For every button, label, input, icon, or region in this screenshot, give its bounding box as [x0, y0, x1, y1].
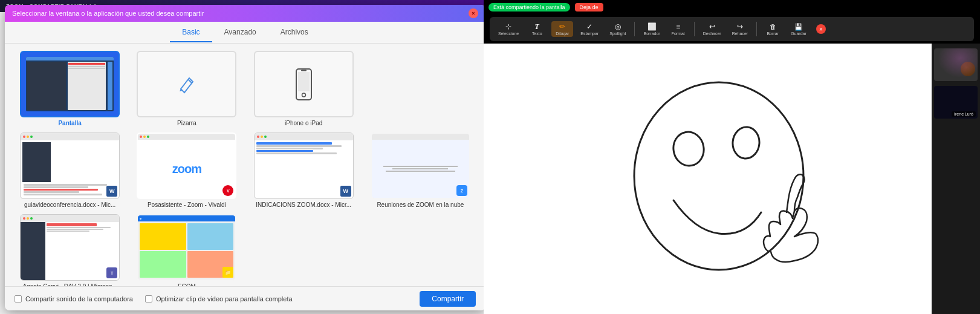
iphone-icon [255, 52, 352, 116]
tool-seleccione[interactable]: ⊹ Seleccione [495, 21, 522, 37]
mini-screen [26, 57, 114, 111]
dialog-titlebar: Seleccionar la ventana o la aplicación q… [5, 5, 485, 22]
sharing-status: Está compartiendo la pantalla [488, 3, 570, 11]
tool-estampar[interactable]: ✓ Estampar [577, 21, 602, 37]
stop-sharing-button[interactable]: Deja de [575, 3, 603, 11]
tool-borrador[interactable]: ⬜ Borrador [640, 21, 663, 37]
app-thumb-ecom[interactable]: 📁 [137, 214, 236, 281]
app-item-guia[interactable]: W guiavideoconferencia.docx - Mic... [15, 132, 125, 208]
app-item-posasistente[interactable]: zoom V Posasistente - Zoom - Vivaldi [131, 132, 242, 208]
doc-dot-red [23, 136, 25, 138]
tool-guardar[interactable]: 💾 Guardar [787, 21, 810, 37]
share-button[interactable]: Compartir [420, 291, 476, 307]
annotation-toolbar: ⊹ Seleccione T Texto ✏ Dibujar ✓ Estampa… [490, 17, 974, 41]
delete-button[interactable]: × [816, 24, 826, 34]
texto-icon: T [533, 22, 541, 31]
dialog-content: Pantalla Pizarra [5, 44, 485, 286]
svg-rect-0 [175, 72, 199, 96]
whiteboard-area[interactable] [484, 44, 932, 314]
format-label: Format [672, 31, 685, 36]
dot-g2 [264, 136, 267, 138]
checkbox-optimize-label: Optimizar clip de video para pantalla co… [156, 295, 293, 303]
indicacions-preview [255, 133, 353, 198]
svg-point-3 [302, 93, 305, 97]
whiteboard-icon [138, 52, 235, 116]
app-item-iphone[interactable]: iPhone o iPad [248, 51, 359, 126]
guia-preview [21, 133, 119, 198]
right-panel: Está compartiendo la pantalla Deja de ⊹ … [484, 0, 980, 314]
app-thumb-agents[interactable]: T [20, 214, 120, 281]
doc-dot-yellow [27, 136, 29, 138]
share-dialog: Seleccionar la ventana o la aplicación q… [5, 5, 485, 310]
app-item-agents[interactable]: T Agents Canvi - DAV 2.0 | Microso... [15, 214, 125, 286]
zoom-preview: zoom [138, 134, 235, 198]
tool-format[interactable]: ≡ Format [667, 21, 689, 37]
participant-thumb-1 [934, 48, 978, 81]
participant-thumb-irene: Irene Luró [934, 86, 978, 119]
dot-r2 [257, 136, 259, 138]
participant-panel: Irene Luró [932, 44, 980, 314]
guardar-label: Guardar [791, 31, 806, 36]
app-thumb-posasistente[interactable]: zoom V [137, 132, 236, 199]
app-item-reuniones[interactable]: Z Reuniones de ZOOM en la nube [365, 132, 476, 208]
borrador-icon: ⬜ [647, 22, 656, 31]
app-label-indicacions: INDICACIONS ZOOM.docx - Micr... [256, 201, 351, 208]
tool-deshacer[interactable]: ↩ Deshacer [699, 21, 725, 37]
format-icon: ≡ [674, 22, 683, 31]
seleccione-icon: ⊹ [504, 22, 513, 31]
app-item-empty1 [365, 51, 476, 126]
checkbox-optimize[interactable]: Optimizar clip de video para pantalla co… [145, 295, 293, 303]
tab-basic[interactable]: Basic [170, 23, 212, 42]
tool-spotlight[interactable]: ◎ Spotlight [606, 21, 629, 37]
app-thumb-iphone[interactable] [254, 51, 354, 117]
tab-archivos[interactable]: Archivos [268, 23, 320, 42]
app-thumb-pizarra[interactable] [137, 51, 236, 117]
word-badge-indicacions: W [340, 186, 351, 197]
reuniones-preview [372, 134, 469, 198]
app-label-iphone: iPhone o iPad [285, 120, 322, 126]
app-thumb-indicacions[interactable]: W [254, 132, 354, 199]
toolbar-divider-1 [634, 22, 635, 36]
app-item-pizarra[interactable]: Pizarra [131, 51, 242, 126]
app-item-indicacions[interactable]: W INDICACIONS ZOOM.docx - Micr... [248, 132, 359, 208]
sharing-bar: Está compartiendo la pantalla Deja de [484, 0, 980, 15]
svg-point-5 [634, 82, 803, 270]
app-item-ecom[interactable]: 📁 ECOM [131, 214, 242, 286]
app-thumb-guia[interactable]: W [20, 132, 120, 199]
doc-header-agents [21, 215, 119, 222]
deshacer-label: Deshacer [703, 31, 721, 36]
texto-label: Texto [532, 31, 542, 36]
tab-avanzado[interactable]: Avanzado [212, 23, 268, 42]
zoom-logo: zoom [172, 162, 201, 176]
tool-rehacer[interactable]: ↪ Rehacer [729, 21, 751, 37]
dot-g3 [30, 217, 33, 220]
svg-rect-2 [298, 72, 310, 91]
toolbar-divider-2 [694, 22, 695, 36]
agents-preview [21, 215, 119, 280]
mini-col-3 [108, 62, 112, 110]
doc-header-indicacions [255, 133, 353, 140]
screen-preview [21, 52, 118, 116]
tool-texto[interactable]: T Texto [526, 21, 548, 37]
svg-rect-4 [301, 70, 307, 71]
tool-dibujar[interactable]: ✏ Dibujar [551, 21, 573, 37]
mini-screen-content [26, 61, 114, 111]
close-button[interactable]: × [469, 8, 478, 18]
dialog-footer: Compartir sonido de la computadora Optim… [5, 286, 485, 310]
checkbox-sound-box[interactable] [15, 295, 22, 303]
tool-borrar[interactable]: 🗑 Borrar [762, 21, 784, 37]
borrador-label: Borrador [643, 31, 660, 36]
checkbox-optimize-box[interactable] [145, 295, 152, 303]
borrar-icon: 🗑 [768, 22, 777, 31]
spotlight-icon: ◎ [614, 22, 622, 31]
app-label-guia: guiavideoconferencia.docx - Mic... [24, 201, 115, 208]
app-thumb-pantalla[interactable] [20, 51, 120, 117]
svg-point-7 [731, 126, 760, 160]
app-item-pantalla[interactable]: Pantalla [15, 51, 125, 126]
planet-hint [961, 62, 975, 76]
app-thumb-reuniones[interactable]: Z [371, 132, 470, 199]
checkbox-sound[interactable]: Compartir sonido de la computadora [15, 295, 133, 303]
teams-badge: T [106, 267, 117, 278]
app-label-posasistente: Posasistente - Zoom - Vivaldi [148, 201, 226, 208]
dibujar-icon: ✏ [558, 22, 566, 31]
